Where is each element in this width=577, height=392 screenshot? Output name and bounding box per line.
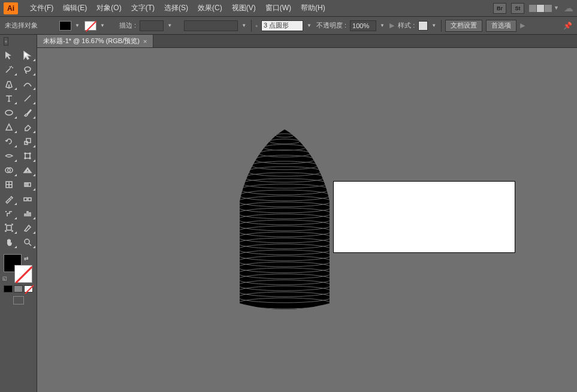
ellipse-tool[interactable] — [0, 105, 18, 120]
svg-rect-14 — [7, 225, 11, 230]
symbol-sprayer-tool[interactable] — [0, 206, 18, 221]
artwork-white-rectangle[interactable] — [333, 181, 515, 253]
tool-panel-collapse[interactable]: « — [4, 37, 8, 46]
menu-type[interactable]: 文字(T) — [126, 3, 159, 13]
svg-rect-13 — [28, 198, 31, 201]
stroke-profile-dropdown-icon[interactable]: ▼ — [307, 23, 313, 28]
svg-rect-16 — [234, 129, 336, 309]
zoom-tool[interactable] — [19, 235, 37, 249]
divider — [251, 20, 252, 32]
menu-edit[interactable]: 编辑(E) — [58, 3, 92, 13]
svg-rect-12 — [24, 198, 27, 201]
fill-color-swatch[interactable] — [59, 21, 71, 31]
stroke-weight-input[interactable] — [140, 20, 164, 31]
blend-tool[interactable] — [19, 192, 37, 206]
free-transform-tool[interactable] — [19, 149, 37, 163]
opacity-dropdown-icon[interactable]: ▼ — [380, 23, 386, 28]
stroke-color-swatch[interactable] — [84, 21, 96, 31]
menu-effect[interactable]: 效果(C) — [193, 3, 227, 13]
document-setup-button[interactable]: 文档设置 — [445, 20, 482, 32]
color-mode-button[interactable] — [4, 285, 13, 293]
sync-icon[interactable]: ☁ — [564, 2, 573, 14]
screen-mode-button[interactable] — [13, 296, 24, 304]
stroke-label: 描边 : — [119, 21, 136, 30]
gradient-mode-button[interactable] — [14, 285, 23, 293]
menu-object[interactable]: 对象(O) — [92, 3, 126, 13]
scale-tool[interactable] — [19, 134, 37, 149]
pen-tool[interactable] — [0, 77, 18, 91]
fill-stroke-indicator[interactable]: ⇄ ◱ — [0, 253, 37, 283]
mesh-tool[interactable] — [0, 177, 18, 192]
rotate-tool[interactable] — [0, 134, 18, 149]
tool-panel: ⇄ ◱ — [0, 35, 37, 392]
style-dropdown-icon[interactable]: ▼ — [431, 23, 437, 28]
svg-point-15 — [25, 239, 29, 244]
perspective-grid-tool[interactable] — [19, 163, 37, 177]
artboard-tool[interactable] — [0, 221, 18, 235]
workspace-switcher[interactable]: ▼ — [529, 5, 559, 12]
hand-tool[interactable] — [0, 235, 18, 249]
shape-builder-tool[interactable] — [0, 163, 18, 177]
column-graph-tool[interactable] — [19, 206, 37, 221]
magic-wand-tool[interactable] — [0, 62, 18, 77]
svg-point-0 — [5, 110, 13, 115]
style-label: 样式 : — [398, 21, 415, 30]
paintbrush-tool[interactable] — [19, 105, 37, 120]
stroke-weight-dropdown-icon[interactable]: ▼ — [167, 23, 173, 28]
width-tool[interactable] — [0, 149, 18, 163]
fill-dropdown-icon[interactable]: ▼ — [75, 23, 81, 28]
document-area: 未标题-1* @ 16.67% (RGB/预览) × — [37, 35, 577, 392]
menu-bar: Ai 文件(F) 编辑(E) 对象(O) 文字(T) 选择(S) 效果(C) 视… — [0, 0, 577, 17]
pin-icon[interactable]: 📌 — [563, 22, 572, 30]
menu-view[interactable]: 视图(V) — [227, 3, 261, 13]
type-tool[interactable] — [0, 91, 18, 105]
gradient-tool[interactable] — [19, 177, 37, 192]
menu-file[interactable]: 文件(F) — [25, 3, 58, 13]
document-tab[interactable]: 未标题-1* @ 16.67% (RGB/预览) × — [37, 35, 153, 47]
stroke-profile-input[interactable] — [261, 20, 303, 31]
menu-window[interactable]: 窗口(W) — [261, 3, 296, 13]
selection-status: 未选择对象 — [5, 21, 38, 30]
lasso-tool[interactable] — [19, 62, 37, 77]
divider — [441, 20, 442, 32]
slice-tool[interactable] — [19, 221, 37, 235]
opacity-input[interactable] — [350, 20, 376, 31]
stock-button[interactable]: St — [511, 3, 524, 14]
brush-definition-input[interactable] — [184, 20, 238, 31]
default-fill-stroke-icon[interactable]: ◱ — [2, 276, 7, 281]
graphic-style-swatch[interactable] — [418, 21, 428, 31]
shaper-tool[interactable] — [0, 120, 18, 134]
control-bar: 未选择对象 ▼ ▼ 描边 : ▼ ▼ • ▼ 不透明度 : ▼ ▶ 样式 : ▼… — [0, 17, 577, 35]
menu-help[interactable]: 帮助(H) — [296, 3, 330, 13]
swap-fill-stroke-icon[interactable]: ⇄ — [24, 255, 29, 261]
bridge-button[interactable]: Br — [493, 3, 506, 14]
tab-title: 未标题-1* @ 16.67% (RGB/预览) — [43, 37, 140, 46]
app-logo: Ai — [4, 2, 18, 14]
tab-bar: 未标题-1* @ 16.67% (RGB/预览) × — [37, 35, 577, 48]
curvature-tool[interactable] — [19, 77, 37, 91]
line-tool[interactable] — [19, 91, 37, 105]
preferences-button[interactable]: 首选项 — [486, 20, 516, 32]
stroke-indicator[interactable] — [14, 265, 32, 283]
none-mode-button[interactable] — [24, 285, 33, 293]
eraser-tool[interactable] — [19, 120, 37, 134]
brush-dropdown-icon[interactable]: ▼ — [241, 23, 247, 28]
eyedropper-tool[interactable] — [0, 192, 18, 206]
tab-close-icon[interactable]: × — [143, 38, 147, 45]
selection-tool[interactable] — [0, 48, 18, 62]
canvas[interactable] — [37, 48, 577, 392]
svg-rect-2 — [26, 138, 31, 143]
direct-selection-tool[interactable] — [19, 48, 37, 62]
stroke-dropdown-icon[interactable]: ▼ — [100, 23, 106, 28]
menu-select[interactable]: 选择(S) — [159, 3, 193, 13]
artwork-stacked-ellipses[interactable] — [234, 129, 336, 309]
opacity-label: 不透明度 : — [316, 21, 346, 30]
